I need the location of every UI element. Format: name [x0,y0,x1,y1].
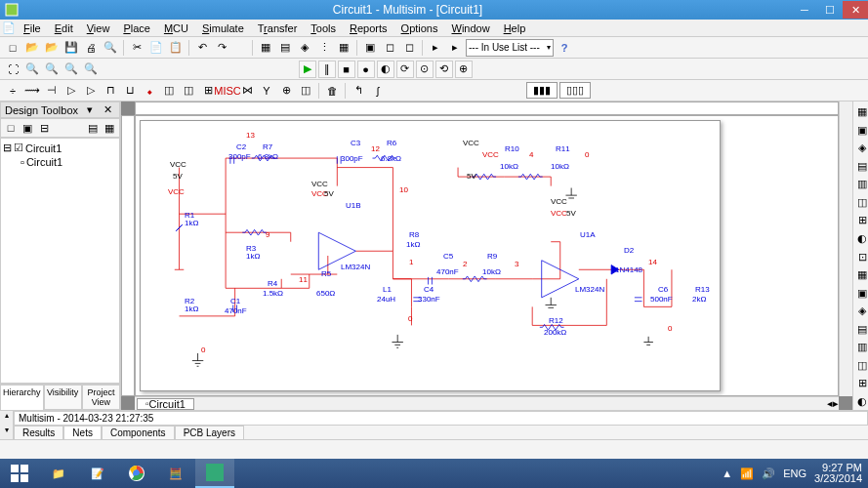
menu-file[interactable]: File [18,21,47,35]
scrollbar-horizontal[interactable]: ▫ Circuit1 ◂ ▸ [135,396,839,410]
canvas[interactable]: VCC 5V VCC R1 1kΩ R2 1kΩ 13 C2 300pF R7 … [135,115,839,396]
fullscreen-button[interactable]: ⛶ [4,61,21,78]
tb-d[interactable]: ⋮ [315,39,333,57]
print-button[interactable]: 🖨 [82,39,100,57]
run-button[interactable]: ▶ [299,61,316,78]
tree-child[interactable]: ▫ Circuit1 [3,155,117,169]
ct-c[interactable]: ⊣ [43,82,61,100]
tb-h[interactable]: ◻ [400,39,418,57]
inst-f[interactable]: ◫ [853,194,868,212]
inst-m[interactable]: ▤ [853,320,868,338]
tray-network-icon[interactable]: 📶 [740,468,754,480]
menu-view[interactable]: View [81,21,116,35]
inst-c[interactable]: ◈ [853,140,868,157]
inst-l[interactable]: ◈ [853,303,868,320]
menu-transfer[interactable]: Transfer [252,21,304,35]
inst-q[interactable]: ◐ [853,393,868,411]
tb-f[interactable]: ▣ [361,39,379,57]
inst-j[interactable]: ▦ [853,266,868,284]
tab-visibility[interactable]: Visibility [44,385,82,410]
menu-options[interactable]: Options [395,21,444,35]
menu-tools[interactable]: Tools [305,21,342,35]
inst-n[interactable]: ▥ [853,339,868,356]
ct-d[interactable]: ▷ [62,82,80,100]
ct-p[interactable]: ◫ [297,82,314,100]
tb-e[interactable]: ▦ [335,39,352,57]
zoom-fit-button[interactable]: 🔍 [82,61,100,78]
tray-volume-icon[interactable]: 🔊 [762,468,775,480]
sb-arrows[interactable]: ▴▾ [0,411,14,439]
inst-d[interactable]: ▤ [853,158,868,176]
tb-g[interactable]: ◻ [381,39,398,57]
tab-nets[interactable]: Nets [63,426,102,440]
tab-components[interactable]: Components [102,426,175,440]
sim-b[interactable]: ◐ [377,61,394,78]
start-button[interactable] [0,459,39,488]
close-button[interactable]: ✕ [843,1,868,19]
ct-q[interactable]: 🗑 [323,82,341,100]
sim-c[interactable]: ⟳ [396,61,414,78]
zoom-in-button[interactable]: 🔍 [23,61,41,78]
cut-button[interactable]: ✂ [128,39,145,57]
in-use-combo[interactable]: --- In Use List --- [466,39,554,57]
ct-m[interactable]: ⋈ [238,82,256,100]
tb-c[interactable]: ◈ [296,39,313,57]
tray-lang[interactable]: ENG [783,468,806,479]
sim-d[interactable]: ⊙ [416,61,434,78]
stop-button[interactable]: ■ [338,61,355,78]
ct-g[interactable]: ⊔ [121,82,139,100]
task-chrome[interactable] [117,459,156,488]
tb-b[interactable]: ▤ [276,39,294,57]
inst-i[interactable]: ⊡ [853,248,868,265]
pause-button[interactable]: ‖ [318,61,336,78]
ct-o[interactable]: ⊕ [277,82,295,100]
preview-button[interactable]: 🔍 [102,39,119,57]
inst-k[interactable]: ▣ [853,284,868,302]
inst-o[interactable]: ◫ [853,356,868,374]
minimize-button[interactable]: ─ [792,1,817,19]
redo-button[interactable]: ↷ [213,39,230,57]
task-notepad[interactable]: 📝 [78,459,117,488]
inst-a[interactable]: ▦ [853,103,868,121]
ct-b[interactable]: ⟿ [23,82,41,100]
ct-a[interactable]: ÷ [4,82,21,100]
tbi-e[interactable]: ▦ [102,120,117,136]
tb-a[interactable]: ▦ [257,39,274,57]
copy-button[interactable]: 📄 [147,39,165,57]
ct-h[interactable]: ⬥ [141,82,158,100]
menu-mcu[interactable]: MCU [158,21,194,35]
ct-f[interactable]: ⊓ [102,82,119,100]
scrollbar-vertical[interactable] [839,102,852,396]
check-icon[interactable]: ☑ [14,142,23,154]
tab-results[interactable]: Results [14,426,63,440]
menu-simulate[interactable]: Simulate [196,21,250,35]
expand-icon[interactable]: ⊟ [3,142,12,154]
ct-n[interactable]: Y [258,82,275,100]
inst-p[interactable]: ⊞ [853,375,868,392]
design-tree[interactable]: ⊟ ☑ Circuit1 ▫ Circuit1 [0,138,120,384]
tbi-b[interactable]: ▣ [20,120,35,136]
tree-root[interactable]: ⊟ ☑ Circuit1 [3,141,117,155]
ct-r[interactable]: ↰ [350,82,367,100]
toolbox-close[interactable]: ✕ [101,103,115,116]
ct-i[interactable]: ◫ [160,82,178,100]
menu-place[interactable]: Place [117,21,156,35]
tbi-a[interactable]: □ [3,120,19,136]
ct-l[interactable]: MISC [219,82,236,100]
scroll-right[interactable]: ▸ [833,397,839,410]
inst-b[interactable]: ▣ [853,122,868,140]
tray-flag-icon[interactable]: ▲ [722,468,732,479]
paste-button[interactable]: 📋 [167,39,185,57]
tb-i[interactable]: ▸ [427,39,444,57]
tab-hierarchy[interactable]: Hierarchy [0,385,44,410]
zoom-area-button[interactable]: 🔍 [62,61,80,78]
menu-window[interactable]: Window [445,21,495,35]
ct-j[interactable]: ◫ [180,82,197,100]
toolbox-dropdown[interactable]: ▾ [84,103,96,116]
new-button[interactable]: □ [4,39,21,57]
schematic[interactable]: VCC 5V VCC R1 1kΩ R2 1kΩ 13 C2 300pF R7 … [141,121,720,390]
maximize-button[interactable]: ☐ [817,1,843,19]
save-button[interactable]: 💾 [62,39,80,57]
task-multisim[interactable] [195,459,234,488]
help-button[interactable]: ? [556,39,573,57]
